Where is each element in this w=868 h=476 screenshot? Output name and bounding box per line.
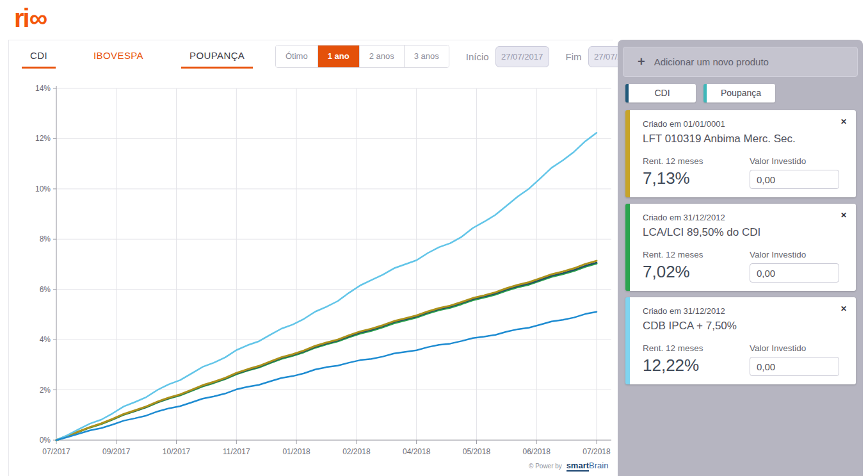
x-tick-label: 01/2018	[282, 447, 310, 456]
start-date-field[interactable]: 27/07/2017	[495, 46, 549, 67]
benchmark-tabs: CDI IBOVESPA POUPANÇA	[22, 50, 253, 69]
tab-cdi[interactable]: CDI	[22, 50, 56, 69]
rico-logo-text: ri	[14, 4, 29, 32]
rent-value: 7,02%	[643, 262, 750, 282]
smartbrain-logo-light: Brain	[589, 461, 608, 470]
range-button-otimo[interactable]: Ótimo	[276, 45, 318, 67]
x-tick-label: 06/2018	[523, 447, 551, 456]
y-tick-label: 12%	[35, 134, 51, 143]
card-created-date: Criado em 01/01/0001	[643, 119, 846, 129]
products-sidebar: + Adicionar um novo produto CDI Poupança…	[618, 40, 863, 476]
period-controls: Ótimo 1 ano 2 anos 3 anos Início 27/07/2…	[275, 45, 642, 68]
page: ri∞ CDI IBOVESPA POUPANÇA Ótimo 1 ano 2 …	[0, 0, 868, 476]
card-metrics: Rent. 12 meses 7,13% Valor Investido	[643, 156, 846, 189]
product-card-lft: Criado em 01/01/0001 ✕ LFT 010319 Anbima…	[625, 110, 856, 197]
product-card-lca-lci: Criado em 31/12/2012 ✕ LCA/LCI 89,50% do…	[625, 204, 856, 291]
add-product-button[interactable]: + Adicionar um novo produto	[623, 47, 858, 77]
x-tick-label: 02/2018	[342, 447, 371, 456]
range-button-1-ano[interactable]: 1 ano	[318, 45, 360, 67]
close-icon[interactable]: ✕	[840, 304, 847, 313]
smartbrain-logo-bold: smart	[567, 461, 589, 472]
y-tick-label: 8%	[40, 234, 51, 243]
x-tick-label: 10/2017	[163, 447, 191, 456]
card-metrics: Rent. 12 meses 12,22% Valor Investido	[643, 343, 846, 376]
product-card-cdb-ipca: Criado em 31/12/2012 ✕ CDB IPCA + 7,50% …	[625, 297, 856, 384]
invest-label: Valor Investido	[750, 250, 846, 259]
benchmark-chips: CDI Poupança	[625, 84, 775, 103]
tab-poupanca[interactable]: POUPANÇA	[181, 50, 253, 69]
series-lca-lci-89-50-do-cdi	[56, 263, 597, 440]
invest-label: Valor Investido	[750, 156, 846, 166]
rent-label: Rent. 12 meses	[643, 250, 750, 259]
add-product-label: Adicionar um novo produto	[654, 56, 769, 67]
close-icon[interactable]: ✕	[840, 117, 847, 126]
card-metrics: Rent. 12 meses 7,02% Valor Investido	[643, 250, 846, 283]
y-tick-label: 14%	[35, 84, 51, 93]
plus-icon: +	[638, 54, 645, 69]
rico-logo: ri∞	[14, 1, 46, 35]
rent-label: Rent. 12 meses	[643, 343, 750, 353]
powered-by: © Power by smartBrain	[529, 461, 608, 470]
x-tick-label: 07/2018	[583, 447, 611, 456]
invest-input[interactable]	[750, 263, 839, 283]
y-tick-label: 0%	[40, 436, 51, 445]
range-button-2-anos[interactable]: 2 anos	[360, 45, 405, 67]
range-button-3-anos[interactable]: 3 anos	[405, 45, 449, 67]
chip-cdi[interactable]: CDI	[625, 84, 696, 103]
product-name: CDB IPCA + 7,50%	[643, 320, 846, 332]
y-tick-label: 4%	[40, 335, 51, 344]
invest-input[interactable]	[750, 357, 839, 376]
rent-label: Rent. 12 meses	[643, 156, 750, 166]
card-created-date: Criado em 31/12/2012	[643, 306, 846, 316]
rent-value: 12,22%	[643, 356, 750, 375]
close-icon[interactable]: ✕	[840, 211, 847, 220]
range-button-group: Ótimo 1 ano 2 anos 3 anos	[275, 45, 449, 68]
tab-ibovespa[interactable]: IBOVESPA	[85, 50, 152, 69]
comparison-line-chart: 0%2%4%6%8%10%12%14%07/201709/201710/2017…	[23, 77, 615, 472]
chip-poupanca[interactable]: Poupança	[703, 84, 775, 103]
x-tick-label: 05/2018	[463, 447, 491, 456]
start-date-label: Início	[466, 51, 489, 62]
end-date-label: Fim	[566, 51, 582, 62]
invest-label: Valor Investido	[750, 343, 846, 353]
card-created-date: Criado em 31/12/2012	[643, 213, 846, 222]
y-tick-label: 2%	[40, 386, 51, 395]
product-name: LFT 010319 Anbima Merc. Sec.	[643, 133, 846, 145]
invest-input[interactable]	[750, 170, 839, 189]
rent-value: 7,13%	[643, 168, 750, 188]
x-tick-label: 09/2017	[102, 447, 131, 456]
y-tick-label: 10%	[35, 185, 51, 193]
series-poupan-a	[56, 312, 597, 440]
product-name: LCA/LCI 89,50% do CDI	[643, 226, 846, 239]
x-tick-label: 11/2017	[223, 447, 250, 456]
x-tick-label: 04/2018	[403, 447, 431, 456]
y-tick-label: 6%	[40, 285, 51, 294]
powered-by-prefix: © Power by	[529, 463, 562, 470]
rico-logo-infinity-icon: ∞	[29, 4, 47, 32]
x-tick-label: 07/2017	[42, 447, 70, 456]
